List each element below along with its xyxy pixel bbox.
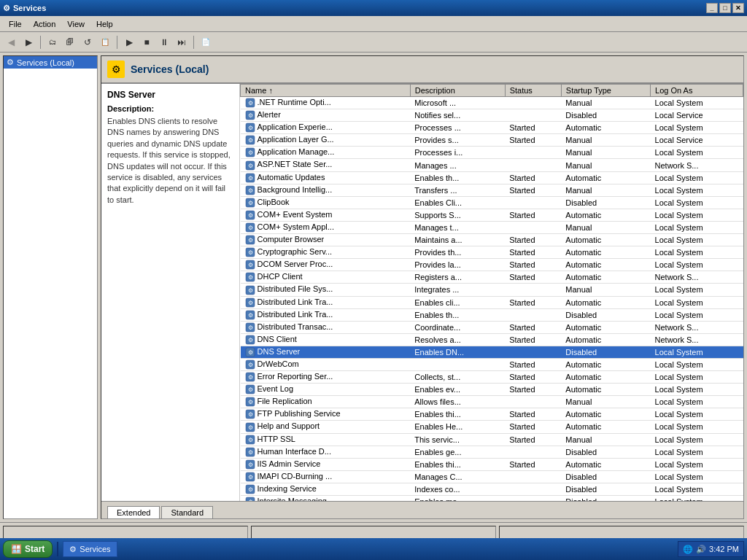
table-row[interactable]: ⚙Distributed Link Tra...Enables cli...St… <box>241 296 743 308</box>
refresh-button[interactable]: ↺ <box>80 34 96 50</box>
export-list-button[interactable]: 📋 <box>97 34 113 50</box>
service-name-cell: ⚙IMAPI CD-Burning ... <box>241 470 411 483</box>
table-row[interactable]: ⚙DrWebComStartedAutomaticLocal System <box>241 358 743 370</box>
start-label: Start <box>25 544 44 554</box>
table-row[interactable]: ⚙AlerterNotifies sel...DisabledLocal Ser… <box>241 109 743 122</box>
pause-button[interactable]: ⏸ <box>156 34 172 50</box>
service-startup-cell: Manual <box>561 396 650 408</box>
table-row[interactable]: ⚙ASP.NET State Ser...Manages ...ManualNe… <box>241 159 743 171</box>
svg-text:⚙: ⚙ <box>247 449 252 456</box>
restart-button[interactable]: ⏭ <box>174 34 190 50</box>
network-icon: 🌐 <box>683 545 693 554</box>
service-icon: ⚙ <box>245 122 255 133</box>
table-row[interactable]: ⚙ClipBookEnables Cli...DisabledLocal Sys… <box>241 196 743 209</box>
pane-header-icon: ⚙ <box>107 61 125 78</box>
tab-standard[interactable]: Standard <box>161 506 213 518</box>
table-row[interactable]: ⚙IMAPI CD-Burning ...Manages C...Disable… <box>241 470 743 483</box>
show-hide-tree-button[interactable]: 🗂 <box>44 34 61 50</box>
service-logon-cell: Local System <box>651 246 743 259</box>
stop-button[interactable]: ■ <box>139 34 155 50</box>
svg-text:⚙: ⚙ <box>247 287 252 294</box>
service-icon: ⚙ <box>245 285 255 295</box>
table-row[interactable]: ⚙Computer BrowserMaintains a...StartedAu… <box>241 234 743 246</box>
table-row[interactable]: ⚙DCOM Server Proc...Provides la...Starte… <box>241 259 743 271</box>
table-row[interactable]: ⚙Cryptographic Serv...Provides th...Star… <box>241 246 743 259</box>
svg-text:⚙: ⚙ <box>247 249 252 256</box>
service-description-cell: Enables thi... <box>410 458 505 470</box>
minimize-button[interactable]: _ <box>706 3 718 13</box>
service-name-cell: ⚙ClipBook <box>241 196 411 209</box>
table-row[interactable]: ⚙Application Experie...Processes ...Star… <box>241 122 743 134</box>
service-icon: ⚙ <box>245 272 255 282</box>
table-row[interactable]: ⚙Background Intellig...Transfers ...Star… <box>241 184 743 196</box>
close-button[interactable]: ✕ <box>732 3 744 13</box>
svg-text:⚙: ⚙ <box>247 324 252 331</box>
service-status-cell <box>505 159 561 171</box>
table-row[interactable]: ⚙DNS ServerEnables DN...DisabledLocal Sy… <box>241 346 743 358</box>
table-row[interactable]: ⚙Application Layer G...Provides s...Star… <box>241 134 743 147</box>
service-icon: ⚙ <box>245 210 255 220</box>
table-row[interactable]: ⚙Indexing ServiceIndexes co...DisabledLo… <box>241 483 743 495</box>
maximize-button[interactable]: □ <box>719 3 731 13</box>
svg-text:⚙: ⚙ <box>247 137 252 144</box>
table-row[interactable]: ⚙File ReplicationAllows files...ManualLo… <box>241 396 743 408</box>
menu-help[interactable]: Help <box>90 18 119 30</box>
new-window-button[interactable]: 🗐 <box>62 34 78 50</box>
taskbar-app-services[interactable]: ⚙ Services <box>63 541 117 557</box>
service-status-cell: Started <box>505 171 561 184</box>
service-status-cell <box>505 147 561 159</box>
service-logon-cell: Local System <box>651 346 743 358</box>
table-row[interactable]: ⚙Intersite MessagingEnables me...Disable… <box>241 496 743 502</box>
forward-button[interactable]: ▶ <box>20 34 36 50</box>
service-startup-cell: Automatic <box>561 259 650 271</box>
service-description-cell: Registers a... <box>410 271 505 284</box>
service-status-cell: Started <box>505 333 561 346</box>
table-row[interactable]: ⚙Distributed Link Tra...Enables th...Dis… <box>241 308 743 321</box>
menu-action[interactable]: Action <box>28 18 62 30</box>
service-status-cell: Started <box>505 296 561 308</box>
service-icon: ⚙ <box>245 310 255 320</box>
table-row[interactable]: ⚙DHCP ClientRegisters a...StartedAutomat… <box>241 271 743 284</box>
table-row[interactable]: ⚙Application Manage...Processes i...Manu… <box>241 147 743 159</box>
service-icon: ⚙ <box>245 298 255 308</box>
col-status[interactable]: Status <box>505 85 561 97</box>
service-startup-cell: Manual <box>561 159 650 171</box>
svg-text:⚙: ⚙ <box>247 200 252 206</box>
service-description-cell <box>410 358 505 370</box>
col-log-on-as[interactable]: Log On As <box>651 85 743 97</box>
service-startup-cell: Automatic <box>561 458 650 470</box>
service-description-text: Enables DNS clients to resolve DNS names… <box>107 116 233 206</box>
table-row[interactable]: ⚙Distributed Transac...Coordinate...Star… <box>241 321 743 333</box>
tab-extended[interactable]: Extended <box>107 506 160 518</box>
col-name[interactable]: Name ↑ <box>241 85 411 97</box>
table-row[interactable]: ⚙Event LogEnables ev...StartedAutomaticL… <box>241 384 743 396</box>
svg-text:⚙: ⚙ <box>247 237 252 244</box>
table-row[interactable]: ⚙Distributed File Sys...Integrates ...Ma… <box>241 284 743 296</box>
properties-button[interactable]: 📄 <box>198 34 214 50</box>
table-row[interactable]: ⚙COM+ Event SystemSupports S...StartedAu… <box>241 209 743 221</box>
tree-item-services-local[interactable]: ⚙ Services (Local) <box>4 56 97 69</box>
title-bar-controls: _ □ ✕ <box>706 3 744 13</box>
service-name-cell: ⚙Application Manage... <box>241 147 411 159</box>
table-row[interactable]: ⚙.NET Runtime Opti...Microsoft ...Manual… <box>241 97 743 109</box>
back-button[interactable]: ◀ <box>3 34 19 50</box>
services-table-area[interactable]: Name ↑ Description Status Startup Type L… <box>240 84 743 501</box>
table-row[interactable]: ⚙Help and SupportEnables He...StartedAut… <box>241 421 743 433</box>
table-row[interactable]: ⚙IIS Admin ServiceEnables thi...StartedA… <box>241 458 743 470</box>
table-row[interactable]: ⚙FTP Publishing ServiceEnables thi...Sta… <box>241 408 743 421</box>
table-row[interactable]: ⚙DNS ClientResolves a...StartedAutomatic… <box>241 333 743 346</box>
service-description-cell: Provides s... <box>410 134 505 147</box>
table-row[interactable]: ⚙Human Interface D...Enables ge...Disabl… <box>241 446 743 458</box>
play-button[interactable]: ▶ <box>121 34 137 50</box>
col-startup-type[interactable]: Startup Type <box>561 85 650 97</box>
start-button[interactable]: 🪟 Start <box>3 540 53 558</box>
service-logon-cell: Local System <box>651 184 743 196</box>
table-row[interactable]: ⚙HTTP SSLThis servic...StartedManualLoca… <box>241 433 743 446</box>
col-description[interactable]: Description <box>410 85 505 97</box>
menu-view[interactable]: View <box>61 18 90 30</box>
service-startup-cell: Automatic <box>561 296 650 308</box>
table-row[interactable]: ⚙Automatic UpdatesEnables th...StartedAu… <box>241 171 743 184</box>
table-row[interactable]: ⚙COM+ System Appl...Manages t...ManualLo… <box>241 221 743 233</box>
menu-file[interactable]: File <box>3 18 28 30</box>
table-row[interactable]: ⚙Error Reporting Ser...Collects, st...St… <box>241 371 743 384</box>
